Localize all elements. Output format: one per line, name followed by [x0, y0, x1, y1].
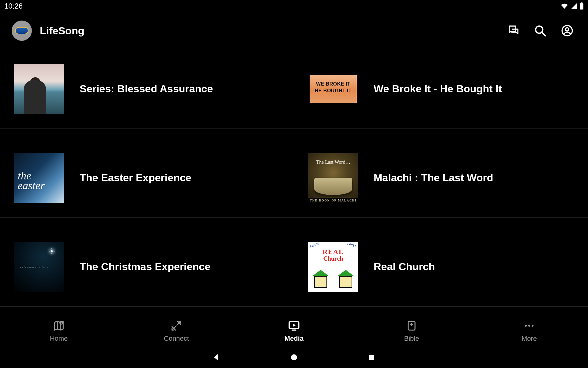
media-thumb: WE BROKE IT HE BOUGHT IT	[308, 64, 358, 114]
media-item-malachi[interactable]: The Last Word… THE BOOK OF MALACHI Malac…	[294, 138, 588, 218]
battery-icon	[579, 2, 584, 10]
svg-point-14	[528, 325, 530, 327]
home-map-icon	[53, 320, 65, 332]
svg-rect-1	[581, 2, 582, 3]
status-icons	[560, 2, 584, 10]
media-item-blessed-assurance[interactable]: Series: Blessed Assurance	[0, 49, 294, 129]
status-time: 10:26	[4, 2, 23, 10]
media-icon	[288, 320, 300, 332]
tab-home[interactable]: Home	[0, 316, 118, 347]
media-title: The Easter Experience	[80, 172, 191, 184]
svg-point-15	[532, 325, 533, 327]
sys-recent-button[interactable]	[367, 352, 377, 362]
cell-signal-icon	[570, 3, 578, 10]
system-nav-bar	[0, 347, 588, 368]
search-icon[interactable]	[531, 21, 549, 40]
tab-bar: Home Connect Media Bible More	[0, 316, 588, 347]
status-bar: 10:26	[0, 0, 588, 12]
svg-point-16	[291, 354, 297, 360]
account-icon[interactable]	[558, 21, 576, 40]
media-item-we-broke-it[interactable]: WE BROKE IT HE BOUGHT IT We Broke It - H…	[294, 49, 588, 129]
svg-point-7	[61, 322, 62, 323]
svg-line-3	[542, 32, 545, 36]
media-thumb: LEGIT? FAKE? REAL Church	[308, 242, 358, 292]
media-title: Series: Blessed Assurance	[80, 83, 213, 95]
svg-point-13	[525, 325, 527, 327]
tab-label: Home	[50, 335, 68, 343]
app-header: LifeSong	[0, 12, 588, 49]
chat-icon[interactable]	[504, 21, 522, 40]
more-icon	[523, 320, 535, 332]
app-title: LifeSong	[40, 25, 84, 37]
sys-back-button[interactable]	[211, 352, 221, 362]
media-title: Malachi : The Last Word	[374, 172, 493, 184]
svg-rect-0	[580, 3, 583, 10]
bible-icon	[406, 320, 417, 332]
media-item-easter-experience[interactable]: the easter The Easter Experience	[0, 138, 294, 218]
media-thumb: the christmas experience	[14, 242, 64, 292]
app-logo[interactable]	[12, 21, 32, 41]
tab-label: Connect	[164, 335, 189, 343]
tab-label: Bible	[404, 335, 419, 343]
media-item-real-church[interactable]: LEGIT? FAKE? REAL Church Real Church	[294, 227, 588, 307]
tab-connect[interactable]: Connect	[118, 316, 235, 347]
column-divider	[294, 51, 294, 316]
tab-bible[interactable]: Bible	[353, 316, 470, 347]
tab-more[interactable]: More	[470, 316, 588, 347]
wifi-icon	[560, 3, 568, 10]
sys-home-button[interactable]	[289, 352, 299, 362]
media-grid: Series: Blessed Assurance WE BROKE IT HE…	[0, 49, 588, 316]
tab-label: More	[522, 335, 537, 343]
svg-point-5	[566, 28, 569, 31]
media-title: Real Church	[374, 261, 435, 273]
connect-icon	[171, 320, 182, 332]
media-thumb: The Last Word… THE BOOK OF MALACHI	[308, 153, 358, 203]
media-thumb	[14, 64, 64, 114]
svg-rect-17	[369, 355, 374, 360]
tab-label: Media	[285, 335, 303, 343]
media-thumb: the easter	[14, 153, 64, 203]
media-title: We Broke It - He Bought It	[374, 83, 502, 95]
tab-media[interactable]: Media	[235, 316, 353, 347]
media-item-christmas-experience[interactable]: the christmas experience The Christmas E…	[0, 227, 294, 307]
media-title: The Christmas Experience	[80, 261, 210, 273]
